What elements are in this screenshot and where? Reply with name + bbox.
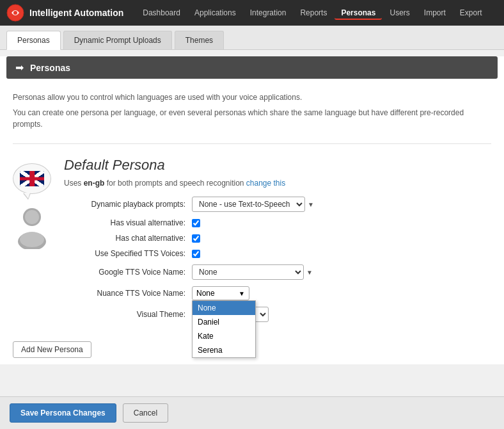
svg-point-1	[13, 11, 17, 15]
info-area: Personas allow you to control which lang…	[0, 85, 504, 137]
info-line2: You can create one persona per language,…	[13, 107, 491, 130]
nuance-tts-dropdown-list: None Daniel Kate Serena	[192, 300, 256, 358]
has-chat-row: Has chat alternative:	[64, 234, 491, 243]
tab-personas[interactable]: Personas	[6, 31, 61, 50]
tab-dynamic-prompt-uploads[interactable]: Dynamic Prompt Uploads	[63, 31, 172, 49]
nuance-option-serena[interactable]: Serena	[193, 343, 255, 357]
info-line1: Personas allow you to control which lang…	[13, 92, 491, 103]
subtitle-lang: en-gb	[84, 179, 105, 188]
visual-theme-row: Visual Theme: Genesys Blue	[64, 307, 491, 322]
save-persona-button[interactable]: Save Persona Changes	[10, 403, 116, 423]
nav-items: Dashboard Applications Integration Repor…	[136, 6, 498, 20]
use-tts-label: Use Specified TTS Voices:	[64, 249, 192, 258]
add-new-persona-button[interactable]: Add New Persona	[13, 341, 91, 358]
person-icon	[13, 204, 51, 249]
has-visual-row: Has visual alternative:	[64, 218, 491, 227]
has-chat-label: Has chat alternative:	[64, 234, 192, 243]
nav-export[interactable]: Export	[453, 6, 489, 20]
nuance-option-kate[interactable]: Kate	[193, 329, 255, 343]
nav-import[interactable]: Import	[418, 6, 452, 20]
nuance-option-daniel[interactable]: Daniel	[193, 315, 255, 329]
nav-applications[interactable]: Applications	[188, 6, 242, 20]
persona-card: Default Persona Uses en-gb for both prom…	[0, 150, 504, 335]
nav-integration[interactable]: Integration	[244, 6, 293, 20]
nav-personas[interactable]: Personas	[335, 6, 382, 20]
has-visual-checkbox[interactable]	[192, 219, 200, 227]
section-header: ➡ Personas	[6, 56, 498, 79]
persona-avatar	[13, 157, 51, 328]
nuance-tts-selected-value: None	[196, 289, 215, 298]
nav-reports[interactable]: Reports	[294, 6, 333, 20]
uk-flag-icon	[20, 171, 44, 186]
persona-details: Default Persona Uses en-gb for both prom…	[64, 157, 491, 328]
nuance-tts-dropdown-wrapper: None ▼ None Daniel Kate Serena	[192, 286, 249, 300]
dynamic-playback-arrow: ▼	[308, 201, 314, 208]
personas-icon: ➡	[15, 61, 24, 74]
use-tts-checkbox[interactable]	[192, 250, 200, 258]
nuance-tts-row: Nuance TTS Voice Name: None ▼ None Danie…	[64, 286, 491, 300]
tab-bar: Personas Dynamic Prompt Uploads Themes	[0, 26, 504, 50]
change-this-link[interactable]: change this	[246, 179, 285, 188]
dynamic-playback-row: Dynamic playback prompts: None - use Tex…	[64, 197, 491, 212]
has-chat-checkbox[interactable]	[192, 234, 200, 243]
bottom-bar: Save Persona Changes Cancel	[0, 396, 504, 429]
cancel-button[interactable]: Cancel	[123, 403, 168, 423]
google-tts-label: Google TTS Voice Name:	[64, 268, 192, 277]
has-visual-label: Has visual alternative:	[64, 218, 192, 227]
persona-subtitle: Uses en-gb for both prompts and speech r…	[64, 179, 491, 188]
section-title: Personas	[30, 63, 70, 73]
logo-icon	[6, 4, 24, 22]
svg-point-4	[25, 210, 39, 224]
dynamic-playback-label: Dynamic playback prompts:	[64, 200, 192, 209]
subtitle-mid: for both prompts and speech recognition	[104, 179, 246, 188]
dynamic-playback-select[interactable]: None - use Text-to-Speech	[192, 197, 305, 212]
svg-point-5	[20, 232, 44, 247]
subtitle-pre: Uses	[64, 179, 84, 188]
visual-theme-label: Visual Theme:	[64, 310, 192, 319]
top-nav: Intelligent Automation Dashboard Applica…	[0, 0, 504, 26]
speech-bubble	[13, 163, 51, 194]
google-tts-row: Google TTS Voice Name: None ▼	[64, 264, 491, 280]
persona-title: Default Persona	[64, 157, 491, 174]
nuance-tts-chevron: ▼	[239, 290, 245, 297]
google-tts-select[interactable]: None	[192, 264, 304, 280]
main-content: ➡ Personas Personas allow you to control…	[0, 56, 504, 364]
logo-area: Intelligent Automation	[6, 4, 123, 22]
logo-text: Intelligent Automation	[29, 8, 123, 18]
nuance-option-none[interactable]: None	[193, 301, 255, 315]
google-tts-arrow: ▼	[306, 269, 313, 276]
nav-dashboard[interactable]: Dashboard	[136, 6, 187, 20]
nuance-tts-trigger[interactable]: None ▼	[192, 286, 249, 300]
tab-themes[interactable]: Themes	[175, 31, 224, 49]
divider	[13, 143, 491, 144]
nuance-tts-label: Nuance TTS Voice Name:	[64, 289, 192, 298]
use-tts-row: Use Specified TTS Voices:	[64, 249, 491, 258]
nav-users[interactable]: Users	[383, 6, 416, 20]
